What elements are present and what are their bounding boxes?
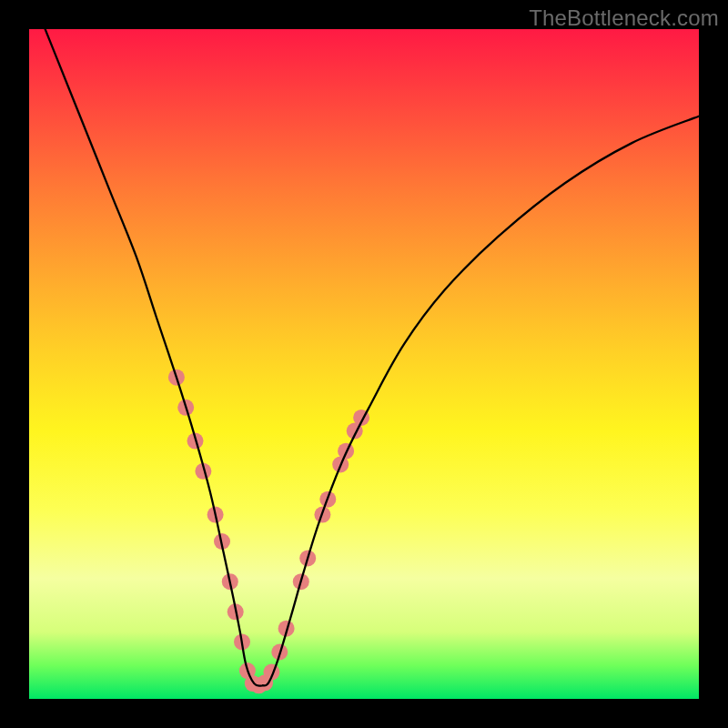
chart-svg	[29, 29, 699, 699]
chart-stage: TheBottleneck.com	[0, 0, 728, 728]
bottleneck-curve	[29, 0, 699, 686]
watermark-label: TheBottleneck.com	[529, 5, 719, 31]
plot-area	[29, 29, 699, 699]
markers-group	[168, 369, 369, 694]
